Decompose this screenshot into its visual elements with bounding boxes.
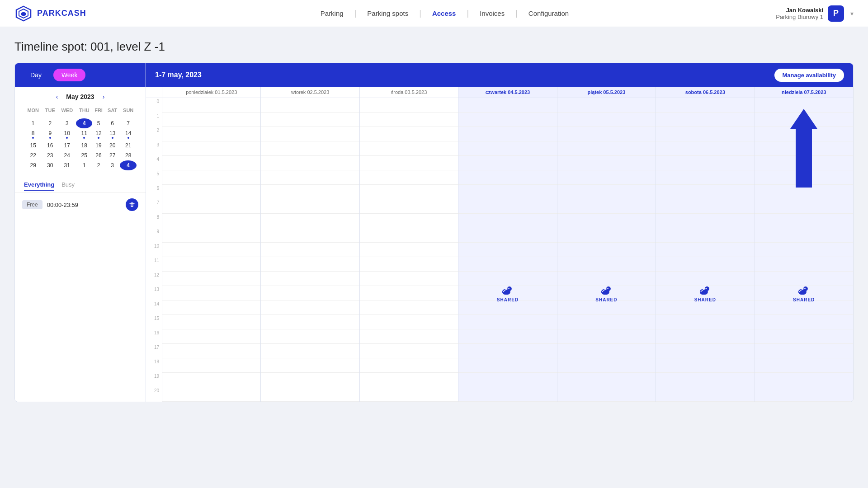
time-row [162,113,260,127]
time-row [360,300,458,315]
cal-day[interactable]: 10 [58,128,76,141]
logo[interactable]: PARKCASH [14,5,86,23]
cal-day[interactable] [76,115,92,118]
view-toggle: Day Week [15,63,146,87]
cal-day[interactable]: 25 [76,150,92,160]
cal-day[interactable] [58,115,76,118]
time-row [261,185,359,199]
time-row [261,243,359,257]
cal-day[interactable]: 1 [24,118,42,128]
cal-day[interactable]: 23 [42,150,58,160]
time-row [360,329,458,344]
user-menu[interactable]: Jan Kowalski Parking Biurowy 1 P ▾ [776,5,854,22]
time-row [755,127,853,141]
cal-day[interactable] [120,115,137,118]
time-row [360,358,458,373]
time-row [656,170,754,185]
main-panel: Day Week ‹ May 2023 › MONTUEWEDTHUFRISAT… [14,63,854,402]
week-toggle-btn[interactable]: Week [53,69,86,81]
cal-day[interactable]: 19 [92,141,105,150]
cal-day[interactable]: 1 [76,160,92,170]
cal-day[interactable]: 13 [105,128,120,141]
time-row [162,286,260,300]
time-row [557,228,656,243]
cal-day[interactable]: 29 [24,160,42,170]
cal-day[interactable]: 21 [120,141,137,150]
time-row [656,272,754,286]
svg-marker-3 [21,12,26,16]
nav-configuration[interactable]: Configuration [518,9,580,17]
time-row [557,358,656,373]
delete-schedule-btn[interactable] [126,198,138,211]
cal-day[interactable]: 16 [42,141,58,150]
time-row [755,156,853,170]
cal-day[interactable]: 14 [120,128,137,141]
filter-tab-everything[interactable]: Everything [24,181,54,191]
cal-day[interactable]: 24 [58,150,76,160]
time-label: 14 [146,300,162,315]
nav-access[interactable]: Access [421,9,467,17]
manage-availability-btn[interactable]: Manage availability [774,69,844,82]
time-row [360,141,458,156]
cal-day[interactable]: 20 [105,141,120,150]
cal-day[interactable] [105,115,120,118]
cal-day[interactable]: 3 [105,160,120,170]
next-month-btn[interactable]: › [100,92,108,101]
time-row [261,286,359,300]
day-toggle-btn[interactable]: Day [22,69,50,81]
cal-day[interactable]: 26 [92,150,105,160]
prev-month-btn[interactable]: ‹ [53,92,61,101]
time-row [360,344,458,358]
time-row [755,387,853,402]
time-row [360,113,458,127]
cal-day[interactable]: 2 [92,160,105,170]
time-row [162,185,260,199]
time-row [557,156,656,170]
time-row [755,113,853,127]
time-row [656,329,754,344]
cal-day[interactable]: 17 [58,141,76,150]
time-row [458,113,557,127]
cal-day[interactable]: 8 [24,128,42,141]
time-row [360,185,458,199]
nav-parking[interactable]: Parking [310,9,354,17]
day-columns-wrapper: SHARED SHARED SHARED SHARED [162,98,853,402]
cal-day[interactable]: 7 [120,118,137,128]
cal-day[interactable]: 28 [120,150,137,160]
time-row [458,228,557,243]
day-head-4: piątek 05.5.2023 [557,87,656,98]
cal-day[interactable] [42,115,58,118]
cal-day[interactable]: 12 [92,128,105,141]
time-row [360,98,458,113]
cal-day[interactable]: 27 [105,150,120,160]
time-row [755,199,853,214]
filter-tab-busy[interactable]: Busy [61,181,75,191]
cal-day[interactable]: 4 [76,118,92,128]
cal-day[interactable]: 22 [24,150,42,160]
cal-day[interactable] [92,115,105,118]
day-head-3: czwartek 04.5.2023 [458,87,557,98]
time-row [162,272,260,286]
nav-invoices[interactable]: Invoices [469,9,515,17]
cal-day[interactable]: 5 [92,118,105,128]
time-label: 2 [146,127,162,141]
cal-day[interactable]: 3 [58,118,76,128]
cal-day[interactable]: 6 [105,118,120,128]
cal-day[interactable]: 15 [24,141,42,150]
cal-day[interactable] [24,115,42,118]
time-row [458,315,557,329]
time-label: 17 [146,344,162,358]
cal-day[interactable]: 2 [42,118,58,128]
cal-day[interactable]: 9 [42,128,58,141]
nav-parking-spots[interactable]: Parking spots [356,9,419,17]
day-col-6: SHARED [755,98,853,402]
page-title: Timeline spot: 001, level Z -1 [14,40,854,54]
cal-day[interactable]: 11 [76,128,92,141]
cal-day[interactable]: 4 [120,160,137,170]
cal-day[interactable]: 30 [42,160,58,170]
cal-day[interactable]: 31 [58,160,76,170]
time-row [162,387,260,402]
time-row [261,199,359,214]
cal-day[interactable]: 18 [76,141,92,150]
day-columns: SHARED SHARED SHARED SHARED [162,98,853,402]
